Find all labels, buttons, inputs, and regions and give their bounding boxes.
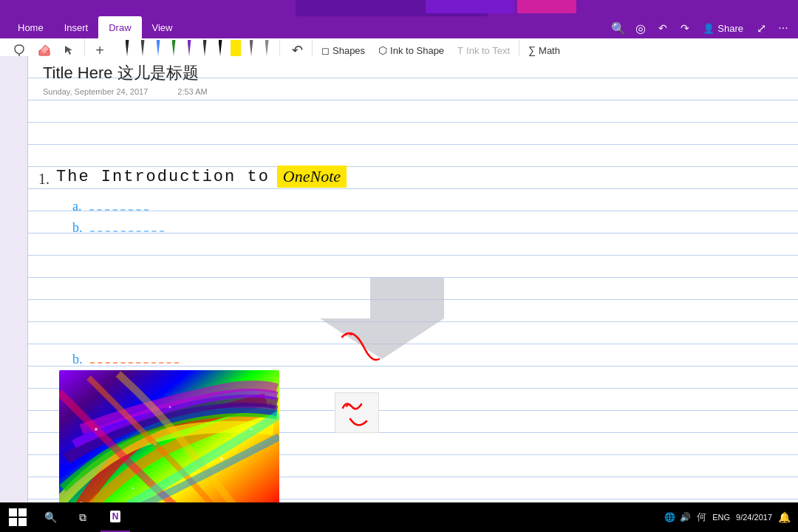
location-btn[interactable]: ◎ <box>630 18 651 38</box>
redo-btn-top[interactable]: ↷ <box>675 18 695 38</box>
date-text: Sunday, September 24, 2017 <box>43 87 148 96</box>
sub-item-b2: b. <box>72 352 179 367</box>
taskbar-search-btn[interactable]: 🔍 <box>35 502 65 532</box>
select-icon <box>62 43 77 58</box>
taskbar-right: 🌐 🔊 何 ENG 9/24/2017 🔔 <box>664 511 798 524</box>
svg-point-5 <box>220 457 223 460</box>
language-indicator: 何 ENG <box>697 511 730 524</box>
svg-point-10 <box>154 443 157 446</box>
language-text: 何 ENG <box>697 511 730 524</box>
red-drawing-1 <box>335 326 394 373</box>
system-tray-icons: 🌐 🔊 <box>664 512 691 522</box>
rainbow-svg <box>59 370 279 502</box>
sub-item-b: b. <box>72 220 164 236</box>
taskbar-taskview-btn[interactable]: ⧉ <box>68 502 98 532</box>
content-area[interactable]: Title Here 这儿是标题 Sunday, September 24, 2… <box>28 56 798 502</box>
ink-shape-icon: ⬡ <box>378 44 387 56</box>
number-label: 1. <box>38 171 50 188</box>
volume-icon: 🔊 <box>680 512 691 522</box>
taskbar-left: 🔍 ⧉ N <box>0 502 130 532</box>
red-check-1 <box>335 393 380 434</box>
math-icon: ∑ <box>528 44 536 56</box>
svg-point-6 <box>132 488 134 490</box>
taskbar-clock: 9/24/2017 <box>736 512 772 522</box>
share-btn[interactable]: 👤 Share <box>697 21 749 36</box>
purple-pill-btn[interactable] <box>426 0 514 13</box>
tab-home[interactable]: Home <box>7 16 54 38</box>
windows-logo-icon <box>9 508 27 526</box>
time-text: 2:53 AM <box>177 87 207 96</box>
tab-draw[interactable]: Draw <box>98 16 141 38</box>
taskbar: 🔍 ⧉ N 🌐 🔊 何 ENG 9/24/2017 🔔 <box>0 502 798 532</box>
svg-point-8 <box>250 429 253 431</box>
svg-point-4 <box>169 406 171 409</box>
intro-line: The Introduction to OneNote <box>56 166 347 188</box>
shapes-icon: ◻ <box>321 45 330 56</box>
rainbow-image <box>59 370 279 502</box>
page-title[interactable]: Title Here 这儿是标题 <box>43 62 208 84</box>
tab-view[interactable]: View <box>142 16 183 38</box>
page-date: Sunday, September 24, 2017 2:53 AM <box>43 87 208 96</box>
person-icon: 👤 <box>703 23 715 34</box>
svg-point-3 <box>95 428 98 431</box>
smiley-box-1 <box>335 392 379 433</box>
pink-pill-btn[interactable] <box>517 0 576 13</box>
ribbon: Home Insert Draw View 🔍 ◎ ↶ ↷ 👤 Share ⤢ … <box>0 16 798 56</box>
logo-area: 何 <box>697 511 706 524</box>
windows-start-btn[interactable] <box>3 502 33 532</box>
ribbon-tabs: Home Insert Draw View 🔍 ◎ ↶ ↷ 👤 Share ⤢ … <box>0 16 798 38</box>
page-header: Title Here 这儿是标题 Sunday, September 24, 2… <box>43 62 208 96</box>
taskbar-onenote-btn[interactable]: N <box>100 502 130 532</box>
ink-text-icon: T <box>457 45 463 56</box>
top-pill-buttons <box>426 0 576 13</box>
eraser-icon <box>37 43 52 58</box>
left-sidebar <box>0 56 28 502</box>
search-btn[interactable]: 🔍 <box>608 18 629 38</box>
notification-btn[interactable]: 🔔 <box>778 511 791 523</box>
undo-btn-top[interactable]: ↶ <box>652 18 673 38</box>
main-content: Title Here 这儿是标题 Sunday, September 24, 2… <box>0 56 798 502</box>
fullscreen-btn[interactable]: ⤢ <box>751 18 771 38</box>
more-options-btn[interactable]: ··· <box>773 18 794 38</box>
clock-date: 9/24/2017 <box>736 512 772 522</box>
intro-text: The Introduction to <box>56 168 270 186</box>
onenote-highlight: OneNote <box>277 166 347 188</box>
titlebar <box>0 0 798 16</box>
tab-insert[interactable]: Insert <box>54 16 99 38</box>
network-icon: 🌐 <box>664 512 675 522</box>
sub-item-a: a. <box>72 199 149 214</box>
lasso-icon <box>12 43 27 58</box>
red-squiggle-1 <box>335 326 394 370</box>
